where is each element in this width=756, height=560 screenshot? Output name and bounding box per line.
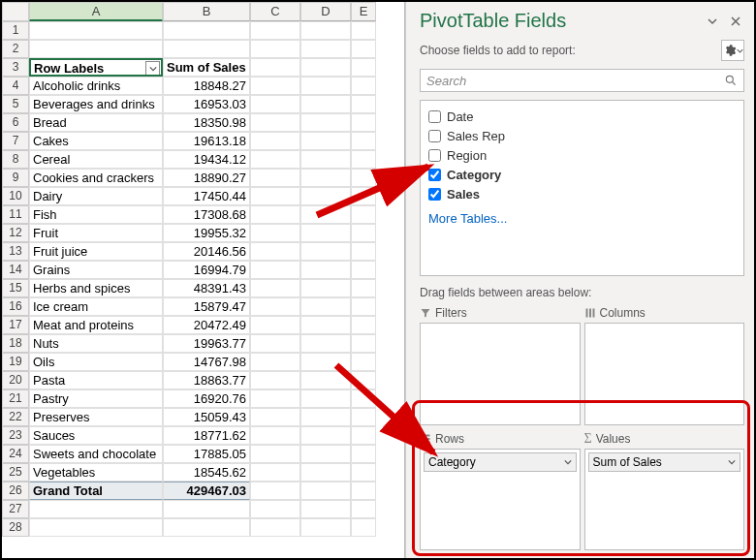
row-header-7[interactable]: 7 <box>2 132 29 150</box>
row-header-26[interactable]: 26 <box>2 482 29 500</box>
row-header-18[interactable]: 18 <box>2 334 29 353</box>
col-header-E[interactable]: E <box>351 2 376 21</box>
cell[interactable] <box>351 334 376 353</box>
field-category[interactable]: Category <box>428 165 736 184</box>
cell[interactable] <box>163 40 250 58</box>
cell[interactable] <box>351 445 376 463</box>
cell[interactable] <box>351 500 376 518</box>
cell[interactable] <box>300 500 351 518</box>
cell[interactable] <box>300 21 351 40</box>
cell[interactable] <box>250 132 300 150</box>
cell[interactable] <box>351 224 376 242</box>
cell[interactable] <box>250 353 300 371</box>
cell[interactable] <box>300 77 351 95</box>
row-header-8[interactable]: 8 <box>2 150 29 169</box>
row-header-6[interactable]: 6 <box>2 113 29 132</box>
cell[interactable] <box>250 150 300 169</box>
cell[interactable] <box>250 205 300 224</box>
cell[interactable] <box>29 40 163 58</box>
cell[interactable] <box>250 371 300 389</box>
cell[interactable] <box>250 40 300 58</box>
cell[interactable] <box>250 316 300 334</box>
cell[interactable] <box>351 463 376 482</box>
row-header-3[interactable]: 3 <box>2 58 29 77</box>
cell[interactable] <box>300 224 351 242</box>
row-header-19[interactable]: 19 <box>2 353 29 371</box>
cell[interactable] <box>300 316 351 334</box>
cell[interactable] <box>300 205 351 224</box>
cell[interactable] <box>351 371 376 389</box>
cell[interactable] <box>250 261 300 279</box>
cell[interactable] <box>300 518 351 537</box>
pane-dropdown-icon[interactable] <box>704 13 721 30</box>
row-labels-dropdown[interactable] <box>145 61 160 76</box>
values-chip-sum[interactable]: Sum of Sales <box>588 452 741 472</box>
cell[interactable] <box>300 463 351 482</box>
cell[interactable] <box>351 482 376 500</box>
row-header-15[interactable]: 15 <box>2 279 29 297</box>
cell[interactable] <box>250 169 300 187</box>
cell[interactable] <box>250 518 300 537</box>
cell[interactable] <box>300 261 351 279</box>
filters-area[interactable]: Filters <box>420 303 581 425</box>
cell[interactable] <box>300 150 351 169</box>
cell[interactable] <box>250 242 300 261</box>
cell[interactable] <box>351 187 376 205</box>
pivot-row-labels-header[interactable]: Row Labels <box>29 58 163 77</box>
cell[interactable] <box>351 316 376 334</box>
cell[interactable] <box>163 500 250 518</box>
cell[interactable] <box>300 95 351 113</box>
cell[interactable] <box>250 500 300 518</box>
row-header-5[interactable]: 5 <box>2 95 29 113</box>
cell[interactable] <box>351 150 376 169</box>
col-header-C[interactable]: C <box>250 2 300 21</box>
field-sales[interactable]: Sales <box>428 184 736 203</box>
cell[interactable] <box>351 132 376 150</box>
cell[interactable] <box>250 113 300 132</box>
cell[interactable] <box>250 279 300 297</box>
row-header-28[interactable]: 28 <box>2 518 29 537</box>
row-header-22[interactable]: 22 <box>2 408 29 426</box>
field-checkbox[interactable] <box>428 130 441 142</box>
cell[interactable] <box>300 132 351 150</box>
cell[interactable] <box>29 500 163 518</box>
values-area[interactable]: ΣValues Sum of Sales <box>584 429 745 551</box>
field-checkbox[interactable] <box>428 188 441 201</box>
cell[interactable] <box>300 187 351 205</box>
row-header-2[interactable]: 2 <box>2 40 29 58</box>
field-checkbox[interactable] <box>428 149 441 162</box>
cell[interactable] <box>351 58 376 77</box>
cell[interactable] <box>300 279 351 297</box>
cell[interactable] <box>351 205 376 224</box>
row-header-10[interactable]: 10 <box>2 187 29 205</box>
cell[interactable] <box>351 113 376 132</box>
cell[interactable] <box>351 408 376 426</box>
cell[interactable] <box>163 21 250 40</box>
row-header-12[interactable]: 12 <box>2 224 29 242</box>
cell[interactable] <box>250 389 300 408</box>
field-sales-rep[interactable]: Sales Rep <box>428 126 736 145</box>
cell[interactable] <box>351 297 376 316</box>
select-all-corner[interactable] <box>2 2 29 21</box>
fields-search-input[interactable]: Search <box>420 69 744 92</box>
rows-chip-category[interactable]: Category <box>424 452 577 472</box>
cell[interactable] <box>250 445 300 463</box>
spreadsheet-grid[interactable]: ABCDE123Row LabelsSum of Sales4Alcoholic… <box>2 2 405 558</box>
row-header-4[interactable]: 4 <box>2 77 29 95</box>
cell[interactable] <box>250 95 300 113</box>
cell[interactable] <box>300 426 351 445</box>
cell[interactable] <box>29 21 163 40</box>
cell[interactable] <box>163 518 250 537</box>
field-date[interactable]: Date <box>428 107 736 126</box>
cell[interactable] <box>300 169 351 187</box>
cell[interactable] <box>351 279 376 297</box>
cell[interactable] <box>300 242 351 261</box>
row-header-17[interactable]: 17 <box>2 316 29 334</box>
cell[interactable] <box>300 113 351 132</box>
cell[interactable] <box>300 58 351 77</box>
cell[interactable] <box>300 334 351 353</box>
cell[interactable] <box>351 426 376 445</box>
rows-area[interactable]: Rows Category <box>420 429 581 551</box>
field-checkbox[interactable] <box>428 110 441 123</box>
cell[interactable] <box>351 77 376 95</box>
